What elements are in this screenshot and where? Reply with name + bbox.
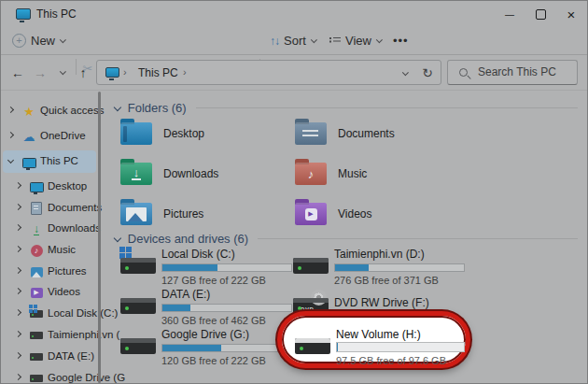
section-header-devices[interactable]: Devices and drives (6) — [115, 231, 578, 246]
section-header-folders[interactable]: Folders (6) — [115, 100, 578, 115]
expand-chevron-icon[interactable] — [15, 182, 21, 189]
folder-tile-music[interactable]: ♪ Music — [295, 159, 463, 189]
window-title: This PC — [36, 7, 77, 21]
folder-tile-documents[interactable]: Documents — [295, 119, 463, 149]
sort-button-label: Sort — [284, 34, 306, 48]
sidebar-item-label: DATA (E:) — [48, 350, 94, 362]
drive-tile-new-volume-h[interactable]: New Volume (H:) 97.5 GB free of 97.6 GB — [295, 326, 472, 365]
photo-icon — [126, 207, 147, 221]
refresh-icon[interactable]: ↻ — [422, 65, 433, 80]
back-button[interactable]: ← — [8, 64, 27, 82]
sidebar-item-label: Music — [48, 244, 76, 255]
drive-icon — [120, 298, 156, 314]
expand-chevron-icon[interactable] — [15, 246, 21, 252]
chevron-down-icon — [310, 36, 317, 44]
expand-chevron-icon[interactable] — [7, 132, 14, 138]
folder-tile-videos[interactable]: ▶ Videos — [295, 199, 463, 229]
expand-chevron-icon[interactable] — [7, 107, 14, 113]
collapse-chevron-icon[interactable] — [114, 235, 121, 242]
sidebar-item-label: Local Disk (C:) — [48, 307, 118, 319]
drive-name: Taimienphi.vn (D:) — [334, 248, 425, 261]
more-options-button[interactable]: ••• — [393, 30, 409, 51]
address-row: ← → ↑ › This PC › ↻ — [1, 55, 587, 91]
address-dropdown-icon[interactable] — [401, 69, 409, 77]
forward-icon: → — [34, 65, 47, 80]
expand-chevron-icon[interactable] — [15, 224, 21, 231]
sidebar-item-onedrive[interactable]: ☁ OneDrive — [1, 126, 98, 147]
sidebar-item-label: Desktop — [48, 180, 87, 192]
sidebar-item-this-pc[interactable]: This PC — [3, 150, 96, 173]
drive-tile-data-e[interactable]: DATA (E:) 360 GB free of 462 GB — [120, 286, 298, 325]
up-icon: ↑ — [80, 65, 87, 80]
sidebar-scrollbar[interactable] — [98, 92, 101, 383]
expand-chevron-icon[interactable] — [15, 352, 21, 359]
drive-name: DATA (E:) — [161, 288, 210, 301]
capacity-bar — [336, 342, 465, 352]
plus-icon: + — [12, 34, 26, 48]
download-arrow-icon: ↓ — [132, 167, 142, 181]
folder-decoration — [123, 126, 127, 142]
sidebar-item-videos[interactable]: ▶ Videos — [1, 282, 98, 303]
sidebar-item-quick-access[interactable]: ★ Quick access — [1, 101, 98, 121]
maximize-icon — [536, 9, 546, 20]
drive-tile-local-disk-c[interactable]: Local Disk (C:) 127 GB free of 222 GB — [120, 246, 298, 285]
folder-icon — [120, 203, 152, 225]
drive-icon — [295, 338, 330, 354]
folder-tile-pictures[interactable]: Pictures — [120, 199, 288, 229]
expand-chevron-icon[interactable] — [15, 288, 21, 294]
sidebar-item-documents[interactable]: Documents — [1, 198, 98, 219]
forward-button[interactable]: → — [31, 64, 49, 82]
new-button[interactable]: + New — [12, 30, 64, 51]
sidebar-item-desktop[interactable]: Desktop — [1, 177, 98, 197]
close-button[interactable]: × — [561, 4, 581, 24]
address-bar[interactable]: › This PC › ↻ — [96, 60, 441, 85]
collapse-chevron-icon[interactable] — [114, 104, 121, 111]
view-button[interactable]: View — [329, 30, 381, 51]
sidebar-item-local-disk-c[interactable]: Local Disk (C:) — [1, 304, 98, 324]
music-note-icon: ♪ — [295, 163, 327, 185]
divider — [1, 90, 587, 91]
chevron-down-icon — [376, 36, 384, 44]
breadcrumb[interactable]: This PC — [138, 66, 178, 79]
recent-locations-button[interactable] — [53, 64, 72, 82]
collapse-chevron-icon[interactable] — [7, 157, 14, 164]
drive-tile-taimienphi-d[interactable]: Taimienphi.vn (D:) 276 GB free of 371 GB — [293, 246, 470, 285]
titlebar: This PC — × — [1, 1, 587, 27]
section-title: Folders (6) — [128, 101, 187, 115]
section-title: Devices and drives (6) — [128, 232, 248, 246]
expand-chevron-icon[interactable] — [15, 374, 21, 380]
sidebar-item-label: Google Drive (G — [48, 372, 125, 383]
search-box[interactable] — [447, 60, 578, 85]
expand-chevron-icon[interactable] — [15, 204, 21, 210]
drive-name: Google Drive (G:) — [161, 328, 249, 341]
drive-tile-google-drive-g[interactable]: Google Drive (G:) 120 GB free of 222 GB — [120, 326, 298, 365]
folder-tile-downloads[interactable]: ↓ Downloads — [120, 159, 288, 189]
sidebar-item-google-drive-g[interactable]: Google Drive (G — [1, 368, 98, 384]
view-button-label: View — [345, 34, 371, 48]
expand-chevron-icon[interactable] — [15, 309, 21, 316]
maximize-button[interactable] — [530, 4, 551, 24]
sidebar-item-taimienphi-d[interactable]: Taimienphi.vn ( — [1, 325, 98, 346]
drive-capacity-text: 276 GB free of 371 GB — [334, 275, 439, 286]
new-button-label: New — [31, 34, 55, 48]
sidebar-item-music[interactable]: ♪ Music — [1, 240, 98, 261]
sort-button[interactable]: ↑↓ Sort — [270, 30, 315, 51]
drive-capacity-text: 120 GB free of 222 GB — [161, 355, 266, 366]
folder-tile-desktop[interactable]: Desktop — [120, 119, 288, 149]
sidebar-item-downloads[interactable]: ↓ Downloads — [1, 219, 98, 239]
monitor-icon — [22, 158, 36, 168]
sidebar-item-data-e[interactable]: DATA (E:) — [1, 347, 98, 367]
minimize-button[interactable]: — — [499, 4, 520, 24]
up-button[interactable]: ↑ — [74, 64, 92, 82]
sidebar-item-pictures[interactable]: Pictures — [1, 262, 98, 282]
folder-icon: ↓ — [120, 163, 152, 185]
search-input[interactable] — [476, 64, 573, 79]
folder-label: Desktop — [163, 127, 204, 140]
expand-chevron-icon[interactable] — [15, 267, 21, 274]
expand-chevron-icon[interactable] — [15, 331, 21, 337]
folder-icon: ♪ — [295, 163, 327, 185]
sidebar-item-label: Pictures — [48, 265, 87, 277]
folder-label: Documents — [338, 127, 395, 140]
folder-decoration — [302, 130, 318, 132]
drive-icon — [120, 338, 156, 354]
